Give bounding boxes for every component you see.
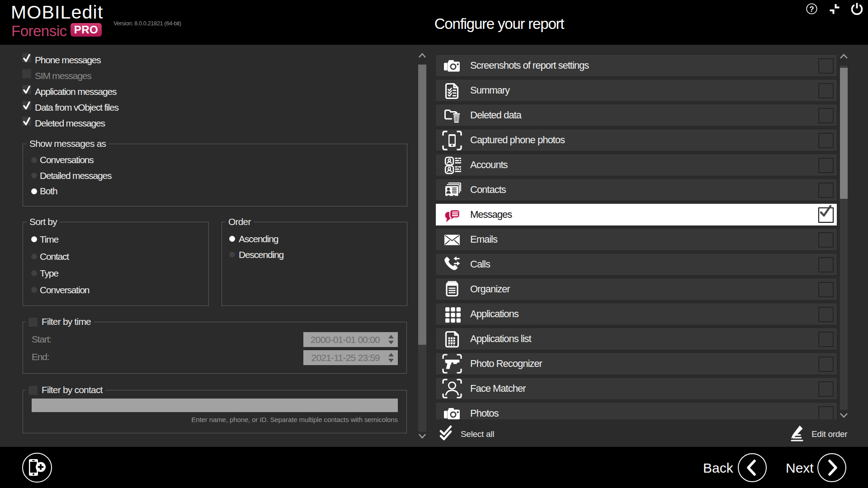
svg-text:?: ? [809, 5, 814, 14]
